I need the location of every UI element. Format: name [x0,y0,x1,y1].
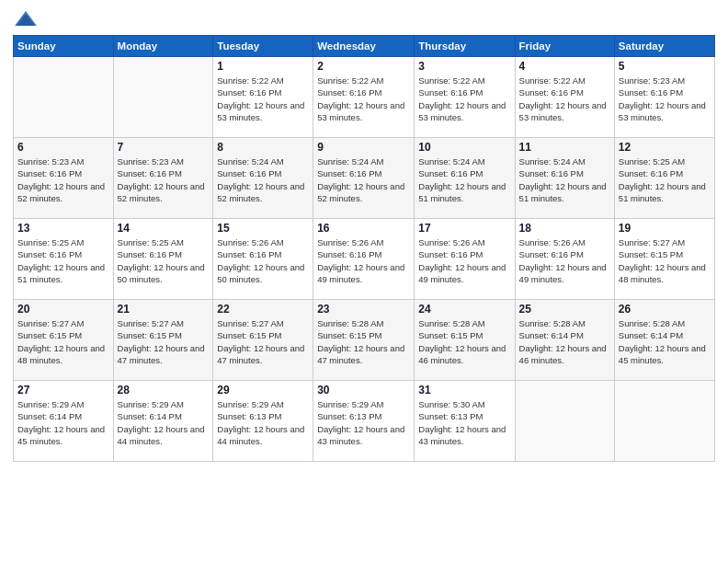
day-info: Sunrise: 5:22 AMSunset: 6:16 PMDaylight:… [217,75,309,123]
calendar-cell: 4Sunrise: 5:22 AMSunset: 6:16 PMDaylight… [515,57,614,138]
calendar-cell [113,57,213,138]
day-number: 9 [317,141,410,154]
calendar-cell: 5Sunrise: 5:23 AMSunset: 6:16 PMDaylight… [614,57,714,138]
calendar-cell: 18Sunrise: 5:26 AMSunset: 6:16 PMDayligh… [515,219,614,300]
day-number: 1 [217,60,309,73]
day-info: Sunrise: 5:25 AMSunset: 6:16 PMDaylight:… [118,236,210,285]
day-info: Sunrise: 5:26 AMSunset: 6:16 PMDaylight:… [418,236,510,285]
calendar-cell: 6Sunrise: 5:23 AMSunset: 6:16 PMDaylight… [14,138,114,219]
day-info: Sunrise: 5:22 AMSunset: 6:16 PMDaylight:… [519,75,610,123]
day-number: 20 [17,303,109,316]
calendar-cell: 24Sunrise: 5:28 AMSunset: 6:15 PMDayligh… [415,300,515,381]
day-info: Sunrise: 5:27 AMSunset: 6:15 PMDaylight:… [17,317,109,366]
calendar-cell: 9Sunrise: 5:24 AMSunset: 6:16 PMDaylight… [313,138,415,219]
day-number: 28 [118,384,210,396]
day-info: Sunrise: 5:27 AMSunset: 6:15 PMDaylight:… [619,236,711,285]
day-info: Sunrise: 5:23 AMSunset: 6:16 PMDaylight:… [17,155,109,204]
day-info: Sunrise: 5:29 AMSunset: 6:13 PMDaylight:… [217,398,309,447]
day-info: Sunrise: 5:24 AMSunset: 6:16 PMDaylight:… [317,155,410,204]
day-number: 16 [317,222,410,235]
day-number: 21 [118,303,210,316]
calendar-cell: 11Sunrise: 5:24 AMSunset: 6:16 PMDayligh… [515,138,614,219]
day-number: 15 [217,222,309,235]
day-number: 17 [418,222,510,235]
day-info: Sunrise: 5:23 AMSunset: 6:16 PMDaylight:… [619,75,711,123]
day-number: 14 [118,222,210,235]
calendar-week-row: 6Sunrise: 5:23 AMSunset: 6:16 PMDaylight… [14,138,715,219]
calendar-cell: 19Sunrise: 5:27 AMSunset: 6:15 PMDayligh… [614,219,714,300]
day-number: 8 [217,141,309,154]
day-number: 2 [317,60,410,73]
day-info: Sunrise: 5:25 AMSunset: 6:16 PMDaylight:… [619,155,711,204]
day-info: Sunrise: 5:27 AMSunset: 6:15 PMDaylight:… [118,317,210,366]
calendar-cell [614,381,714,462]
day-info: Sunrise: 5:30 AMSunset: 6:13 PMDaylight:… [418,398,510,447]
calendar-cell: 28Sunrise: 5:29 AMSunset: 6:14 PMDayligh… [113,381,213,462]
weekday-header: Friday [515,36,614,57]
calendar-cell: 30Sunrise: 5:29 AMSunset: 6:13 PMDayligh… [313,381,415,462]
calendar-week-row: 27Sunrise: 5:29 AMSunset: 6:14 PMDayligh… [14,381,715,462]
calendar-cell: 17Sunrise: 5:26 AMSunset: 6:16 PMDayligh… [415,219,515,300]
calendar-cell: 12Sunrise: 5:25 AMSunset: 6:16 PMDayligh… [614,138,714,219]
day-number: 25 [519,303,610,316]
weekday-header: Saturday [614,36,714,57]
calendar-week-row: 13Sunrise: 5:25 AMSunset: 6:16 PMDayligh… [14,219,715,300]
calendar-cell: 1Sunrise: 5:22 AMSunset: 6:16 PMDaylight… [213,57,313,138]
day-number: 11 [519,141,610,154]
calendar-cell: 2Sunrise: 5:22 AMSunset: 6:16 PMDaylight… [313,57,415,138]
day-number: 30 [317,384,410,396]
calendar-cell: 21Sunrise: 5:27 AMSunset: 6:15 PMDayligh… [113,300,213,381]
day-info: Sunrise: 5:23 AMSunset: 6:16 PMDaylight:… [118,155,210,204]
day-info: Sunrise: 5:24 AMSunset: 6:16 PMDaylight:… [217,155,309,204]
day-info: Sunrise: 5:22 AMSunset: 6:16 PMDaylight:… [317,75,410,123]
day-number: 10 [418,141,510,154]
page: SundayMondayTuesdayWednesdayThursdayFrid… [0,0,728,563]
day-info: Sunrise: 5:24 AMSunset: 6:16 PMDaylight:… [418,155,510,204]
calendar-cell: 14Sunrise: 5:25 AMSunset: 6:16 PMDayligh… [113,219,213,300]
day-number: 12 [619,141,711,154]
day-info: Sunrise: 5:24 AMSunset: 6:16 PMDaylight:… [519,155,610,204]
weekday-header: Sunday [14,36,114,57]
calendar-cell: 10Sunrise: 5:24 AMSunset: 6:16 PMDayligh… [415,138,515,219]
calendar-header-row: SundayMondayTuesdayWednesdayThursdayFrid… [14,36,715,57]
header [13,9,715,29]
day-number: 4 [519,60,610,73]
day-info: Sunrise: 5:28 AMSunset: 6:15 PMDaylight:… [317,317,410,366]
weekday-header: Monday [113,36,213,57]
day-number: 23 [317,303,410,316]
weekday-header: Thursday [415,36,515,57]
calendar-cell: 16Sunrise: 5:26 AMSunset: 6:16 PMDayligh… [313,219,415,300]
calendar-cell [515,381,614,462]
day-info: Sunrise: 5:26 AMSunset: 6:16 PMDaylight:… [519,236,610,285]
day-info: Sunrise: 5:28 AMSunset: 6:14 PMDaylight:… [619,317,711,366]
day-number: 13 [17,222,109,235]
day-number: 29 [217,384,309,396]
day-info: Sunrise: 5:25 AMSunset: 6:16 PMDaylight:… [17,236,109,285]
logo [13,9,42,29]
day-number: 24 [418,303,510,316]
day-info: Sunrise: 5:29 AMSunset: 6:13 PMDaylight:… [317,398,410,447]
day-number: 26 [619,303,711,316]
day-info: Sunrise: 5:26 AMSunset: 6:16 PMDaylight:… [217,236,309,285]
calendar-week-row: 1Sunrise: 5:22 AMSunset: 6:16 PMDaylight… [14,57,715,138]
day-number: 27 [17,384,109,396]
day-info: Sunrise: 5:26 AMSunset: 6:16 PMDaylight:… [317,236,410,285]
day-info: Sunrise: 5:29 AMSunset: 6:14 PMDaylight:… [17,398,109,447]
calendar-cell: 27Sunrise: 5:29 AMSunset: 6:14 PMDayligh… [14,381,114,462]
day-number: 22 [217,303,309,316]
weekday-header: Wednesday [313,36,415,57]
calendar-cell: 13Sunrise: 5:25 AMSunset: 6:16 PMDayligh… [14,219,114,300]
calendar-cell: 15Sunrise: 5:26 AMSunset: 6:16 PMDayligh… [213,219,313,300]
day-number: 6 [17,141,109,154]
calendar-cell: 26Sunrise: 5:28 AMSunset: 6:14 PMDayligh… [614,300,714,381]
calendar-cell: 23Sunrise: 5:28 AMSunset: 6:15 PMDayligh… [313,300,415,381]
day-number: 31 [418,384,510,396]
calendar-cell: 7Sunrise: 5:23 AMSunset: 6:16 PMDaylight… [113,138,213,219]
day-number: 7 [118,141,210,154]
calendar-week-row: 20Sunrise: 5:27 AMSunset: 6:15 PMDayligh… [14,300,715,381]
calendar-cell: 22Sunrise: 5:27 AMSunset: 6:15 PMDayligh… [213,300,313,381]
weekday-header: Tuesday [213,36,313,57]
day-info: Sunrise: 5:29 AMSunset: 6:14 PMDaylight:… [118,398,210,447]
day-info: Sunrise: 5:28 AMSunset: 6:14 PMDaylight:… [519,317,610,366]
day-number: 19 [619,222,711,235]
